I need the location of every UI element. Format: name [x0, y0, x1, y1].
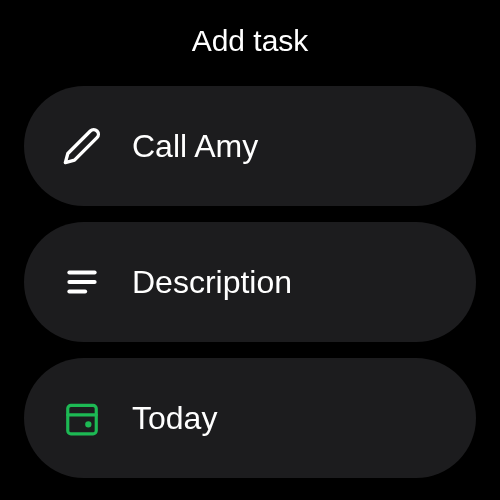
page-title: Add task [0, 24, 500, 58]
svg-point-5 [87, 423, 90, 426]
task-description-field[interactable]: Description [24, 222, 476, 342]
task-title-label: Call Amy [132, 128, 258, 165]
task-description-label: Description [132, 264, 292, 301]
calendar-icon [60, 396, 104, 440]
task-title-field[interactable]: Call Amy [24, 86, 476, 206]
task-date-field[interactable]: Today [24, 358, 476, 478]
task-date-label: Today [132, 400, 217, 437]
task-fields-list: Call Amy Description Today [0, 86, 500, 478]
svg-rect-3 [68, 405, 97, 434]
description-icon [60, 260, 104, 304]
page-header: Add task [0, 0, 500, 86]
pencil-icon [60, 124, 104, 168]
